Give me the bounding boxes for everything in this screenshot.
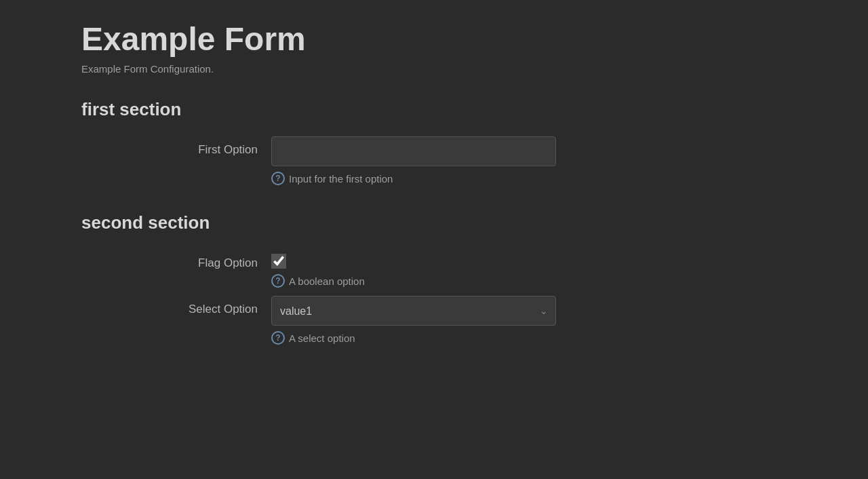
first-option-help-icon: ? [271, 172, 285, 185]
first-option-row: First Option ? Input for the first optio… [81, 136, 597, 185]
flag-option-checkbox[interactable] [271, 254, 286, 269]
flag-option-help: ? A boolean option [271, 274, 597, 288]
page-container: Example Form Example Form Configuration.… [0, 0, 678, 392]
select-option-select[interactable]: value1 value2 value3 [271, 296, 556, 326]
second-section-title: second section [81, 212, 597, 233]
flag-option-help-icon: ? [271, 274, 285, 288]
first-option-control: ? Input for the first option [271, 136, 597, 185]
flag-option-help-text: A boolean option [289, 275, 365, 287]
first-option-input[interactable] [271, 136, 556, 166]
select-option-help: ? A select option [271, 331, 597, 345]
select-option-control: value1 value2 value3 ⌄ ? A select option [271, 296, 597, 345]
select-option-row: Select Option value1 value2 value3 ⌄ ? A… [81, 296, 597, 345]
select-option-help-icon: ? [271, 331, 285, 345]
select-option-label: Select Option [81, 296, 271, 316]
flag-option-control: ? A boolean option [271, 250, 597, 288]
flag-option-checkbox-wrapper [271, 250, 597, 269]
first-section: first section First Option ? Input for t… [81, 99, 597, 185]
first-section-title: first section [81, 99, 597, 120]
second-section: second section Flag Option ? A boolean o… [81, 212, 597, 345]
select-option-help-text: A select option [289, 332, 355, 344]
page-subtitle: Example Form Configuration. [81, 63, 597, 75]
select-wrapper: value1 value2 value3 ⌄ [271, 296, 556, 326]
first-option-help: ? Input for the first option [271, 172, 597, 185]
first-option-help-text: Input for the first option [289, 173, 393, 185]
first-option-label: First Option [81, 136, 271, 157]
flag-option-row: Flag Option ? A boolean option [81, 250, 597, 288]
flag-option-label: Flag Option [81, 250, 271, 270]
page-title: Example Form [81, 20, 597, 58]
